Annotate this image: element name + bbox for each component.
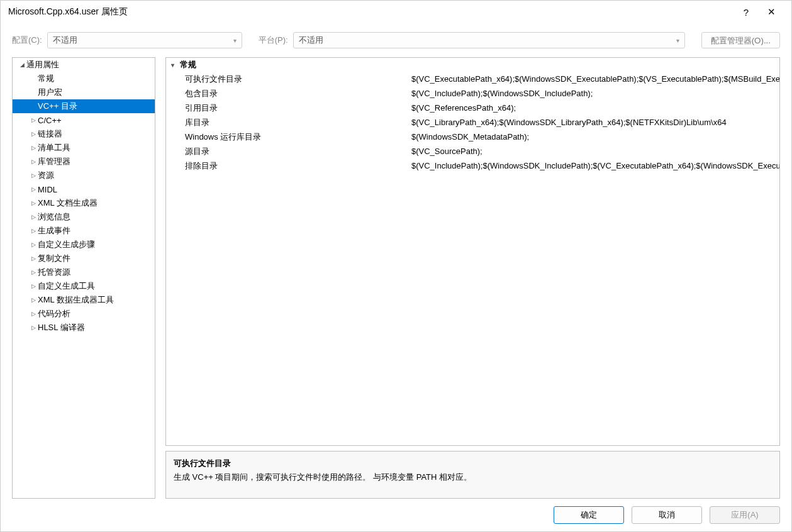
help-button[interactable]: ? [733, 2, 759, 22]
tree-item-general[interactable]: 常规 [13, 72, 155, 86]
tree-item-label: MIDL [38, 185, 57, 194]
ok-button[interactable]: 确定 [554, 506, 624, 524]
tree-root[interactable]: ◢ 通用属性 [13, 58, 155, 72]
expander-icon: ▷ [29, 297, 38, 303]
tree-item-librarian[interactable]: ▷ 库管理器 [13, 155, 155, 169]
expander-icon: ▷ [29, 311, 38, 317]
prop-row-include[interactable]: 包含目录 $(VC_IncludePath);$(WindowsSDK_Incl… [166, 86, 779, 101]
prop-label: 源目录 [166, 146, 411, 157]
prop-row-reference[interactable]: 引用目录 $(VC_ReferencesPath_x64); [166, 101, 779, 115]
config-manager-button[interactable]: 配置管理器(O)... [701, 32, 780, 48]
tree-item-label: 库管理器 [38, 156, 70, 167]
config-value: 不适用 [53, 35, 77, 46]
expander-icon: ▷ [29, 214, 38, 220]
chevron-down-icon: ▾ [676, 37, 679, 44]
tree-item-xmldatagen[interactable]: ▷ XML 数据生成器工具 [13, 293, 155, 307]
tree-item-label: 生成事件 [38, 225, 70, 236]
tree-item-custombuildstep[interactable]: ▷ 自定义生成步骤 [13, 238, 155, 252]
expander-icon: ▷ [29, 269, 38, 275]
platform-dropdown[interactable]: 不适用 ▾ [293, 32, 685, 48]
platform-value: 不适用 [299, 35, 323, 46]
tree-item-label: 浏览信息 [38, 211, 70, 223]
prop-row-library[interactable]: 库目录 $(VC_LibraryPath_x64);$(WindowsSDK_L… [166, 115, 779, 130]
expander-icon: ▷ [29, 255, 38, 262]
right-panel: ▾ 常规 可执行文件目录 $(VC_ExecutablePath_x64);$(… [165, 57, 780, 499]
tree-item-custombuildtool[interactable]: ▷ 自定义生成工具 [13, 279, 155, 293]
prop-value[interactable]: $(VC_ReferencesPath_x64); [411, 103, 779, 113]
expander-icon: ▷ [29, 200, 38, 206]
chevron-down-icon: ▾ [233, 37, 237, 44]
tree-item-midl[interactable]: ▷ MIDL [13, 182, 155, 196]
footer: 确定 取消 应用(A) [1, 499, 791, 531]
prop-label: 排除目录 [166, 160, 411, 172]
prop-row-source[interactable]: 源目录 $(VC_SourcePath); [166, 144, 779, 158]
tree-item-managedres[interactable]: ▷ 托管资源 [13, 265, 155, 279]
description-text: 生成 VC++ 项目期间，搜索可执行文件时使用的路径。 与环境变量 PATH 相… [174, 472, 772, 483]
tree-item-label: 自定义生成工具 [38, 280, 95, 292]
tree-item-linker[interactable]: ▷ 链接器 [13, 127, 155, 141]
prop-row-exclude[interactable]: 排除目录 $(VC_IncludePath);$(WindowsSDK_Incl… [166, 158, 779, 173]
tree-item-label: 常规 [38, 73, 54, 84]
group-header[interactable]: ▾ 常规 [166, 58, 779, 72]
tree-item-label: C/C++ [38, 116, 62, 125]
tree-item-usermacros[interactable]: 用户宏 [13, 86, 155, 99]
group-header-label: 常规 [180, 59, 196, 70]
tree-item-label: 托管资源 [38, 267, 70, 278]
prop-value[interactable]: $(VC_LibraryPath_x64);$(WindowsSDK_Libra… [411, 118, 779, 127]
expander-icon: ◢ [18, 62, 26, 68]
prop-value[interactable]: $(VC_SourcePath); [411, 147, 779, 156]
tree-root-label: 通用属性 [26, 59, 59, 70]
main-area: ◢ 通用属性 常规 用户宏 VC++ 目录 ▷ C/C++ ▷ 链接器 ▷ 清单… [1, 57, 791, 499]
tree-item-resources[interactable]: ▷ 资源 [13, 169, 155, 182]
expander-icon: ▷ [29, 145, 38, 151]
cancel-button[interactable]: 取消 [632, 506, 702, 524]
tree-item-codeanalysis[interactable]: ▷ 代码分析 [13, 307, 155, 321]
tree-item-vcdirs[interactable]: VC++ 目录 [13, 99, 155, 113]
description-title: 可执行文件目录 [174, 458, 772, 469]
expander-icon: ▷ [29, 283, 38, 289]
tree-item-label: HLSL 编译器 [38, 322, 85, 333]
tree-item-manifest[interactable]: ▷ 清单工具 [13, 141, 155, 155]
config-dropdown[interactable]: 不适用 ▾ [47, 32, 242, 48]
apply-button[interactable]: 应用(A) [710, 506, 780, 524]
tree-item-label: 链接器 [38, 128, 62, 140]
expander-icon: ▷ [29, 324, 38, 331]
tree-item-label: 资源 [38, 170, 54, 181]
prop-label: Windows 运行库目录 [166, 131, 411, 143]
prop-value[interactable]: $(VC_IncludePath);$(WindowsSDK_IncludePa… [411, 161, 779, 170]
tree-item-label: 清单工具 [38, 142, 70, 153]
tree-item-label: 自定义生成步骤 [38, 239, 95, 250]
prop-value[interactable]: $(VC_IncludePath);$(WindowsSDK_IncludePa… [411, 89, 779, 98]
expander-icon: ▷ [29, 158, 38, 165]
expander-icon: ▷ [29, 186, 38, 192]
expander-icon: ▷ [29, 172, 38, 179]
tree-item-browseinfo[interactable]: ▷ 浏览信息 [13, 210, 155, 224]
tree-item-xmldoc[interactable]: ▷ XML 文档生成器 [13, 196, 155, 210]
expander-icon: ▷ [29, 117, 38, 123]
expander-icon: ▷ [29, 131, 38, 137]
description-panel: 可执行文件目录 生成 VC++ 项目期间，搜索可执行文件时使用的路径。 与环境变… [165, 451, 780, 499]
prop-label: 可执行文件目录 [166, 74, 411, 85]
tree-item-label: XML 数据生成器工具 [38, 294, 114, 306]
expander-icon: ▷ [29, 241, 38, 248]
tree-item-label: 用户宏 [38, 87, 62, 98]
tree-item-label: 代码分析 [38, 308, 70, 319]
prop-value[interactable]: $(WindowsSDK_MetadataPath); [411, 132, 779, 141]
prop-row-exec[interactable]: 可执行文件目录 $(VC_ExecutablePath_x64);$(Windo… [166, 72, 779, 86]
tree-item-ccpp[interactable]: ▷ C/C++ [13, 113, 155, 127]
prop-label: 包含目录 [166, 88, 411, 99]
property-grid[interactable]: ▾ 常规 可执行文件目录 $(VC_ExecutablePath_x64);$(… [165, 57, 780, 446]
config-bar: 配置(C): 不适用 ▾ 平台(P): 不适用 ▾ 配置管理器(O)... [1, 23, 791, 57]
expander-icon: ▷ [29, 228, 38, 234]
chevron-down-icon: ▾ [171, 62, 180, 69]
prop-value[interactable]: $(VC_ExecutablePath_x64);$(WindowsSDK_Ex… [411, 74, 779, 84]
config-label: 配置(C): [12, 35, 42, 46]
tree-item-copyfiles[interactable]: ▷ 复制文件 [13, 252, 155, 265]
tree-panel[interactable]: ◢ 通用属性 常规 用户宏 VC++ 目录 ▷ C/C++ ▷ 链接器 ▷ 清单… [12, 57, 155, 499]
prop-row-winrt[interactable]: Windows 运行库目录 $(WindowsSDK_MetadataPath)… [166, 130, 779, 144]
tree-item-label: VC++ 目录 [38, 101, 77, 112]
window-title: Microsoft.Cpp.x64.user 属性页 [8, 6, 733, 18]
tree-item-buildevents[interactable]: ▷ 生成事件 [13, 224, 155, 238]
tree-item-hlsl[interactable]: ▷ HLSL 编译器 [13, 321, 155, 335]
close-button[interactable]: ✕ [759, 2, 784, 22]
